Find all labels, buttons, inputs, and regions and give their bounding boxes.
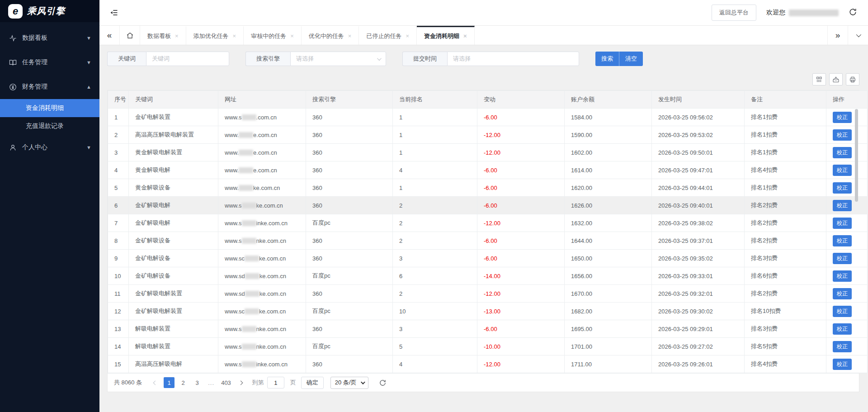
sidebar-item-fund-consumption-detail[interactable]: 资金消耗明细 xyxy=(0,99,99,117)
correct-button[interactable]: 校正 xyxy=(833,288,852,299)
sidebar-item-recharge-refund-records[interactable]: 充值退款记录 xyxy=(0,117,99,135)
action-cell: 校正 xyxy=(826,320,868,338)
tab-stopped-tasks[interactable]: 已停止的任务× xyxy=(359,26,417,45)
column-header: 操作 xyxy=(826,91,868,109)
correct-button[interactable]: 校正 xyxy=(833,165,852,176)
return-platform-button[interactable]: 返回总平台 xyxy=(712,5,756,21)
close-icon[interactable]: × xyxy=(290,33,294,39)
tab-add-optimize-task[interactable]: 添加优化任务× xyxy=(186,26,244,45)
welcome-label: 欢迎您 xyxy=(766,9,785,17)
tab-data-dashboard[interactable]: 数据看板× xyxy=(140,26,186,45)
correct-button[interactable]: 校正 xyxy=(833,147,852,158)
correct-button[interactable]: 校正 xyxy=(833,306,852,317)
url-masked xyxy=(245,308,259,314)
tab-fund-consumption-detail[interactable]: 资金消耗明细× xyxy=(417,26,475,45)
close-icon[interactable]: × xyxy=(175,33,179,39)
page-ellipsis: ... xyxy=(206,377,217,388)
correct-button[interactable]: 校正 xyxy=(833,200,852,211)
change-cell: -6.00 xyxy=(477,179,565,197)
sidebar-item-personal-center[interactable]: 个人中心▼ xyxy=(0,135,99,160)
correct-button[interactable]: 校正 xyxy=(833,270,852,282)
url-masked xyxy=(245,256,259,261)
correct-button[interactable]: 校正 xyxy=(833,129,852,141)
sidebar-item-data-dashboard[interactable]: 数据看板▼ xyxy=(0,26,99,50)
sidebar: e 乘风引擎 数据看板▼任务管理▼财务管理▲资金消耗明细充值退款记录个人中心▼ xyxy=(0,0,99,412)
correct-button[interactable]: 校正 xyxy=(833,359,852,370)
chevron-up-icon: ▲ xyxy=(86,84,91,90)
close-icon[interactable]: × xyxy=(406,33,409,39)
confirm-button[interactable]: 确定 xyxy=(301,377,324,389)
action-cell: 校正 xyxy=(826,232,868,250)
engine-cell: 360 xyxy=(306,250,393,267)
clear-button[interactable]: 清空 xyxy=(619,52,643,66)
keyword-cell: 金矿解吸电解 xyxy=(129,214,218,232)
tab-reviewing-tasks[interactable]: 审核中的任务× xyxy=(244,26,302,45)
pagination-refresh-icon[interactable] xyxy=(379,379,387,387)
action-cell: 校正 xyxy=(826,144,868,161)
tabs-scroll-right-icon[interactable]: » xyxy=(827,26,848,45)
url-masked xyxy=(242,238,256,244)
tabs-scroll-left-icon[interactable]: « xyxy=(99,26,120,45)
sidebar-item-task-management[interactable]: 任务管理▼ xyxy=(0,50,99,75)
next-page-icon[interactable] xyxy=(236,377,246,388)
rank-cell: 2 xyxy=(393,214,477,232)
index-cell: 9 xyxy=(108,250,129,267)
time-input[interactable]: 请选择 xyxy=(447,52,579,66)
action-cell: 校正 xyxy=(826,197,868,214)
search-button[interactable]: 搜索 xyxy=(595,52,619,66)
correct-button[interactable]: 校正 xyxy=(833,112,852,123)
page-number-1[interactable]: 1 xyxy=(164,377,175,388)
correct-button[interactable]: 校正 xyxy=(833,182,852,194)
rank-cell: 2 xyxy=(393,232,477,250)
table-scrollbar[interactable] xyxy=(855,109,858,202)
close-icon[interactable]: × xyxy=(463,33,467,39)
page-size-select[interactable]: 20 条/页 xyxy=(330,377,368,389)
index-cell: 4 xyxy=(108,161,129,179)
keyword-cell: 高温高压解吸电解 xyxy=(129,355,218,373)
topbar: 返回总平台 欢迎您 xyxy=(99,0,868,26)
correct-button[interactable]: 校正 xyxy=(833,218,852,229)
keyword-cell: 解吸电解装置 xyxy=(129,320,218,338)
page-number-403[interactable]: 403 xyxy=(220,377,232,388)
user-icon xyxy=(9,144,17,152)
page-number-3[interactable]: 3 xyxy=(192,377,203,388)
change-cell: -10.00 xyxy=(477,338,565,355)
balance-cell: 1632.00 xyxy=(565,214,652,232)
keyword-input[interactable]: 关键词 xyxy=(146,52,229,66)
page-jump-input[interactable] xyxy=(267,377,284,388)
keyword-cell: 解吸电解装置 xyxy=(129,338,218,355)
correct-button[interactable]: 校正 xyxy=(833,253,852,264)
keyword-cell: 金矿解吸设备 xyxy=(129,232,218,250)
page-number-2[interactable]: 2 xyxy=(178,377,189,388)
sidebar-collapse-icon[interactable] xyxy=(109,8,119,18)
time-cell: 2026-03-25 09:44:01 xyxy=(652,179,745,197)
engine-cell: 360 xyxy=(306,197,393,214)
index-cell: 10 xyxy=(108,267,129,285)
column-settings-button[interactable] xyxy=(812,73,826,85)
engine-select[interactable]: 请选择 xyxy=(290,52,386,66)
action-cell: 校正 xyxy=(826,250,868,267)
engine-cell: 360 xyxy=(306,232,393,250)
home-icon[interactable] xyxy=(120,26,140,45)
index-cell: 15 xyxy=(108,355,129,373)
correct-button[interactable]: 校正 xyxy=(833,341,852,352)
close-icon[interactable]: × xyxy=(348,33,352,39)
tab-label: 已停止的任务 xyxy=(366,32,401,40)
close-icon[interactable]: × xyxy=(233,33,236,39)
print-button[interactable] xyxy=(846,73,859,85)
correct-button[interactable]: 校正 xyxy=(833,235,852,246)
url-masked xyxy=(245,291,259,297)
sidebar-item-label: 个人中心 xyxy=(22,143,47,152)
engine-filter-group: 搜索引擎 请选择 xyxy=(245,52,386,66)
tabs-menu-chevron-icon[interactable] xyxy=(848,26,868,45)
table-row: 15高温高压解吸电解www.sinke.com.cn3604-12.001711… xyxy=(108,355,868,373)
column-header: 变动 xyxy=(477,91,565,109)
sidebar-item-finance-management[interactable]: 财务管理▲ xyxy=(0,75,99,99)
refresh-icon[interactable] xyxy=(849,8,857,18)
prev-page-icon[interactable] xyxy=(150,377,160,388)
correct-button[interactable]: 校正 xyxy=(833,323,852,335)
url-cell: www.e.com.cn xyxy=(218,144,306,161)
rank-cell: 2 xyxy=(393,285,477,303)
tab-optimizing-tasks[interactable]: 优化中的任务× xyxy=(302,26,359,45)
export-button[interactable] xyxy=(829,73,843,85)
